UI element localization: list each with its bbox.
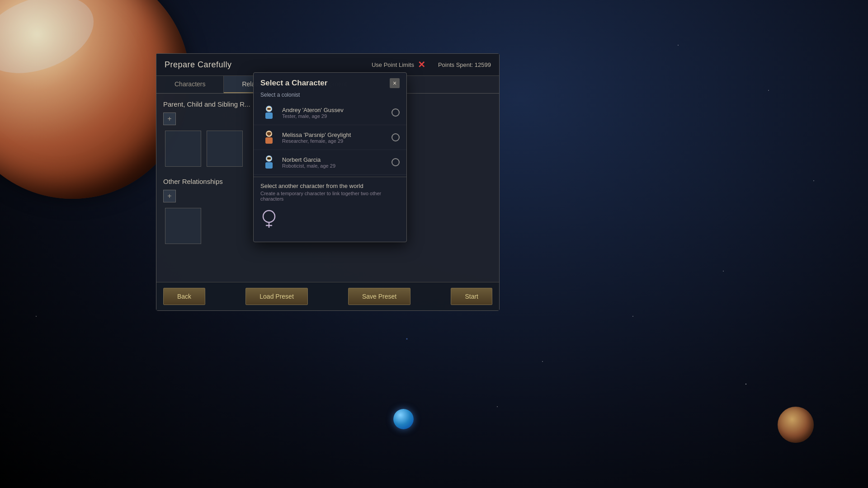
planet-small [778,407,814,443]
radio-2[interactable] [392,133,400,141]
select-character-modal: Select a Character × Select a colonist A… [253,72,407,242]
add-parent-relation-btn[interactable]: + [163,113,176,125]
avatar-icon-2 [261,129,277,145]
avatar-icon-3 [261,154,277,170]
svg-rect-1 [265,113,273,119]
svg-rect-5 [265,137,273,144]
add-other-relation-btn[interactable]: + [163,190,176,202]
avatar-2 [260,129,278,146]
window-title: Prepare Carefully [165,60,232,70]
load-preset-button[interactable]: Load Preset [245,288,308,305]
svg-point-11 [263,211,275,222]
modal-close-button[interactable]: × [390,78,400,88]
world-section-label: Select another character from the world [254,179,406,191]
other-slot-1 [165,208,201,244]
svg-rect-3 [267,108,271,110]
point-limits-area: Use Point Limits ✕ Points Spent: 12599 [372,59,491,70]
modal-title: Select a Character [260,79,327,88]
parent-slot-1 [165,131,201,167]
character-option-3[interactable]: Norbert Garcia Roboticist, male, age 29 [254,150,406,175]
toggle-point-limits-icon[interactable]: ✕ [418,59,425,70]
world-desc: Create a temporary character to link tog… [254,191,406,205]
female-symbol-icon [260,210,278,230]
avatar-icon-1 [261,104,277,121]
avatar-1 [260,104,278,121]
use-point-limits-label: Use Point Limits [372,61,414,68]
character-desc-1: Tester, male, age 29 [282,113,392,119]
modal-header: Select a Character × [254,73,406,88]
temp-character-area[interactable] [254,205,406,242]
svg-rect-10 [267,157,271,160]
character-name-3: Norbert Garcia [282,156,392,163]
radio-1[interactable] [392,108,400,117]
character-desc-3: Roboticist, male, age 29 [282,163,392,169]
character-info-3: Norbert Garcia Roboticist, male, age 29 [282,156,392,169]
points-spent: Points Spent: 12599 [438,61,491,68]
character-option-2[interactable]: Melissa 'Parsnip' Greylight Researcher, … [254,125,406,150]
character-info-1: Andrey 'Ateron' Gussev Tester, male, age… [282,107,392,119]
tab-characters[interactable]: Characters [156,76,224,93]
colonist-section-label: Select a colonist [254,88,406,100]
modal-separator [254,177,406,177]
start-button[interactable]: Start [451,288,492,305]
back-button[interactable]: Back [163,288,205,305]
character-desc-2: Researcher, female, age 29 [282,138,392,144]
character-option-1[interactable]: Andrey 'Ateron' Gussev Tester, male, age… [254,100,406,125]
save-preset-button[interactable]: Save Preset [348,288,410,305]
character-name-2: Melissa 'Parsnip' Greylight [282,131,392,138]
parent-slot-2 [207,131,243,167]
bottom-toolbar: Back Load Preset Save Preset Start [156,282,499,310]
svg-rect-8 [265,162,273,169]
radio-3[interactable] [392,158,400,166]
character-name-1: Andrey 'Ateron' Gussev [282,107,392,113]
avatar-3 [260,154,278,171]
orb-blue [393,409,414,429]
character-info-2: Melissa 'Parsnip' Greylight Researcher, … [282,131,392,144]
